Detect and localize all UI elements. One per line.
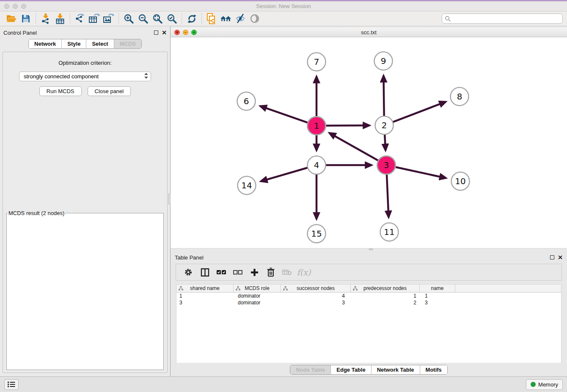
network-edge[interactable] (325, 125, 369, 126)
export-network-icon (74, 13, 85, 24)
hierarchy-icon (179, 286, 183, 291)
column-header-shared-name[interactable]: shared name (176, 284, 234, 292)
table-cell[interactable]: dominator (234, 293, 281, 299)
network-canvas[interactable]: 1234678910111415 (171, 37, 567, 248)
run-mcds-button[interactable]: Run MCDS (39, 86, 82, 96)
toolbar-separator (36, 13, 36, 24)
eye-icon (249, 13, 260, 24)
table-cell[interactable]: 3 (420, 300, 455, 306)
tab-mcds[interactable]: MCDS (114, 39, 141, 48)
function-builder-button[interactable]: f(x) (297, 266, 310, 279)
show-columns-button[interactable] (198, 266, 211, 279)
search-box[interactable] (442, 14, 563, 24)
import-network-button[interactable] (39, 12, 53, 25)
table-row[interactable]: 1dominator411 (176, 293, 561, 299)
clone-network-icon (206, 13, 217, 25)
zoom-in-button[interactable] (121, 12, 136, 25)
tab-network[interactable]: Network (29, 39, 62, 48)
search-input[interactable] (453, 16, 560, 22)
close-panel-button[interactable]: Close panel (88, 86, 131, 96)
import-table-button[interactable] (53, 12, 67, 25)
homes-icon (220, 14, 232, 24)
zoom-out-button[interactable] (136, 12, 150, 25)
deselect-all-rows-button[interactable] (231, 266, 244, 279)
delete-table-button[interactable] (281, 266, 294, 279)
export-image-button[interactable] (102, 12, 116, 25)
table-cell[interactable]: dominator (234, 300, 281, 306)
optimization-criterion-label: Optimization criterion: (3, 60, 167, 66)
hierarchy-icon (236, 286, 240, 291)
save-session-button[interactable] (19, 12, 33, 25)
columns-icon (201, 268, 209, 277)
tab-motifs[interactable]: Motifs (420, 365, 447, 374)
network-node-label: 7 (314, 57, 319, 67)
criterion-select[interactable]: strongly connected component (19, 72, 151, 81)
network-edge[interactable] (387, 174, 388, 217)
show-panels-button[interactable] (4, 379, 19, 390)
table-cell[interactable]: 3 (281, 300, 351, 306)
bird-eye-view-button[interactable] (248, 12, 262, 25)
network-edge[interactable] (383, 76, 384, 116)
network-edge[interactable] (330, 133, 378, 160)
mcds-result-values[interactable]: 1 3 (7, 216, 159, 217)
export-image-icon (103, 13, 115, 24)
import-network-icon (40, 13, 51, 24)
column-header-successor-nodes[interactable]: successor nodes (281, 284, 351, 292)
column-header-mcds-role[interactable]: MCDS role (234, 284, 281, 292)
toolbar-separator (201, 13, 202, 24)
mcds-result-legend: MCDS result (2 nodes) (8, 210, 65, 216)
column-header-name[interactable]: name (420, 284, 455, 292)
export-network-button[interactable] (73, 12, 87, 25)
network-close-button[interactable]: ✕ (174, 30, 180, 35)
table-cell[interactable]: 1 (420, 293, 455, 299)
folder-open-icon (6, 14, 17, 24)
hide-graphics-details-button[interactable] (233, 12, 248, 25)
clone-network-button[interactable] (204, 12, 219, 25)
column-header-predecessor-nodes[interactable]: predecessor nodes (351, 284, 420, 292)
network-edge[interactable] (395, 167, 446, 178)
network-graph[interactable]: 1234678910111415 (171, 37, 566, 248)
network-edge[interactable] (385, 134, 385, 150)
select-all-rows-button[interactable] (215, 266, 228, 279)
show-all-networks-button[interactable] (219, 12, 233, 25)
network-minimize-button[interactable]: − (183, 30, 188, 35)
network-edge[interactable] (261, 106, 308, 123)
tab-style[interactable]: Style (62, 39, 86, 48)
network-node-label: 2 (382, 120, 387, 130)
tab-node-table[interactable]: Node Table (290, 365, 331, 374)
table-cell[interactable]: 1 (176, 293, 234, 299)
table-cell[interactable]: 3 (176, 300, 234, 306)
close-panel-icon[interactable]: ✕ (162, 30, 167, 35)
table-cell[interactable]: 2 (351, 300, 420, 306)
network-maximize-button[interactable]: + (191, 30, 197, 35)
zoom-fit-button[interactable] (150, 12, 165, 25)
float-table-panel-icon[interactable] (550, 255, 554, 259)
node-table-body: 1dominator4113dominator323 (176, 293, 561, 306)
node-table-header: shared name MCDS role successor nodes pr… (176, 284, 561, 293)
network-node-label: 10 (455, 176, 465, 186)
zoom-selected-button[interactable] (165, 12, 179, 25)
network-node-label: 6 (244, 96, 249, 106)
network-node-label: 14 (241, 180, 252, 190)
network-node-label: 4 (314, 160, 319, 170)
table-cell[interactable]: 4 (281, 293, 351, 299)
create-column-button[interactable] (248, 266, 261, 279)
table-settings-button[interactable] (182, 266, 195, 279)
network-edge[interactable] (393, 102, 446, 122)
delete-column-button[interactable] (264, 266, 277, 279)
close-table-panel-icon[interactable]: ✕ (558, 255, 563, 259)
apply-layout-button[interactable] (184, 12, 199, 25)
export-table-button[interactable] (87, 12, 102, 25)
table-cell[interactable]: 1 (351, 293, 420, 299)
open-session-button[interactable] (4, 12, 19, 25)
unchecked-boxes-icon (233, 269, 242, 275)
float-panel-icon[interactable] (154, 30, 158, 35)
mcds-result-box: MCDS result (2 nodes) 1 3 (6, 210, 164, 370)
memory-button[interactable]: Memory (526, 379, 563, 390)
table-row[interactable]: 3dominator323 (176, 299, 561, 306)
network-table-splitter[interactable] (171, 248, 567, 250)
network-edge[interactable] (261, 168, 308, 181)
tab-edge-table[interactable]: Edge Table (331, 365, 371, 374)
tab-select[interactable]: Select (86, 39, 114, 48)
tab-network-table[interactable]: Network Table (372, 365, 420, 374)
